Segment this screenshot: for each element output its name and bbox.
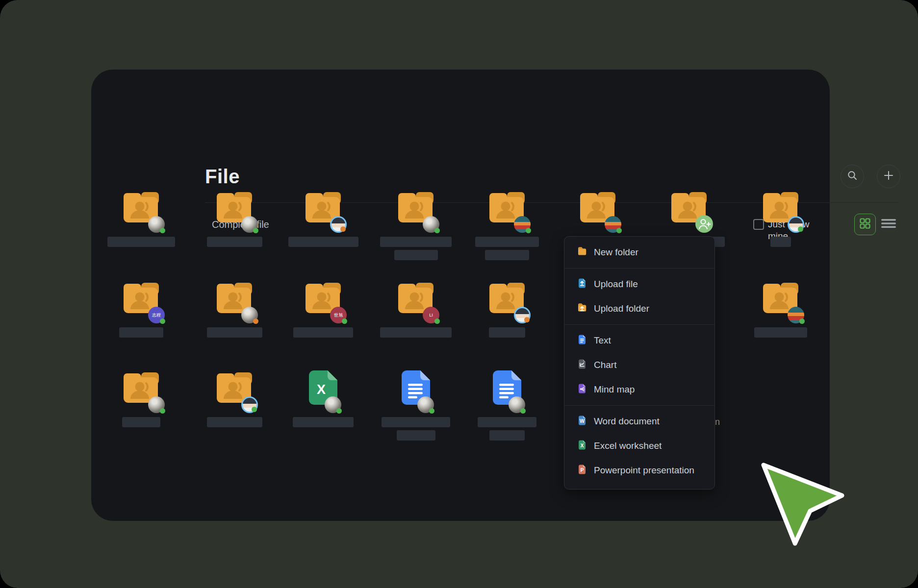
- folder-tile[interactable]: [461, 190, 553, 265]
- filename-placeholder: [293, 417, 354, 427]
- menu-item-new-folder[interactable]: New folder: [564, 240, 714, 265]
- folder-tile[interactable]: [188, 190, 280, 265]
- owner-avatar: [514, 216, 531, 233]
- upload-folder-icon: [577, 302, 587, 316]
- owner-avatar: [241, 216, 258, 233]
- owner-avatar: [417, 396, 434, 413]
- folder-tile[interactable]: LI: [370, 281, 462, 355]
- svg-text:X: X: [317, 382, 326, 397]
- status-dot: [253, 228, 258, 233]
- menu-item-upload-folder[interactable]: Upload folder: [564, 296, 714, 321]
- list-view-button[interactable]: [880, 218, 897, 231]
- cursor-arrow: [759, 461, 847, 551]
- filename-placeholder: [207, 327, 262, 338]
- list-view-icon: [881, 218, 896, 231]
- folder-tile[interactable]: 志程: [95, 281, 187, 355]
- owner-avatar: [325, 396, 341, 413]
- grid-view-icon: [859, 217, 871, 232]
- menu-item-label: Chart: [594, 360, 616, 370]
- filename-placeholder: [207, 417, 262, 427]
- owner-avatar: [605, 216, 621, 233]
- menu-item-ppt[interactable]: PPowerpoint presentation: [564, 458, 714, 483]
- app-background: File Complete file Just show mine: [0, 0, 918, 588]
- member-add-badge: [695, 215, 713, 233]
- status-dot: [434, 228, 440, 233]
- folder-tile[interactable]: [735, 281, 827, 355]
- menu-item-label: Text: [594, 335, 611, 346]
- status-dot: [160, 318, 165, 324]
- owner-avatar: [148, 396, 165, 413]
- filename-placeholder: [107, 237, 175, 247]
- status-dot: [429, 408, 434, 414]
- menu-group: New folder: [564, 237, 714, 268]
- context-menu: New folder Upload file Upload folder Tex…: [564, 236, 715, 490]
- filename-placeholder: [382, 417, 450, 427]
- chart-icon: [577, 358, 587, 372]
- menu-item-label: Excel worksheet: [594, 441, 662, 451]
- search-button[interactable]: [841, 165, 864, 188]
- status-dot: [434, 318, 440, 324]
- menu-item-label: Mind map: [594, 384, 635, 395]
- filename-placeholder: [207, 237, 262, 247]
- upload-file-icon: [577, 277, 587, 291]
- svg-text:X: X: [580, 442, 584, 448]
- excel-file-tile[interactable]: X: [277, 370, 369, 445]
- folder-tile[interactable]: [277, 190, 369, 265]
- filename-placeholder: [122, 417, 160, 427]
- owner-avatar: 世旭: [330, 307, 347, 323]
- menu-group: WWord document XExcel worksheet PPowerpo…: [564, 405, 714, 486]
- filename-placeholder: [380, 327, 452, 338]
- menu-item-label: Upload folder: [594, 303, 649, 314]
- menu-item-label: New folder: [594, 247, 638, 258]
- owner-avatar: [148, 216, 165, 233]
- folder-tile[interactable]: [188, 370, 280, 445]
- status-dot: [340, 226, 346, 232]
- owner-avatar: [241, 307, 258, 323]
- status-dot: [336, 408, 342, 414]
- folder-tile[interactable]: [95, 190, 187, 265]
- folder-tile[interactable]: [735, 190, 827, 265]
- menu-item-text[interactable]: Text: [564, 328, 714, 353]
- folder-tile[interactable]: [370, 190, 462, 265]
- folder-tile[interactable]: [188, 281, 280, 355]
- menu-item-excel[interactable]: XExcel worksheet: [564, 434, 714, 458]
- obscured-text-fragment: n: [715, 417, 720, 427]
- filename-placeholder: [770, 237, 791, 247]
- filename-placeholder: [380, 237, 452, 247]
- menu-item-chart[interactable]: Chart: [564, 353, 714, 377]
- menu-item-label: Powerpoint presentation: [594, 465, 694, 476]
- add-button[interactable]: [877, 165, 900, 188]
- owner-avatar: [514, 307, 531, 323]
- text-icon: [577, 334, 587, 347]
- menu-item-upload-file[interactable]: Upload file: [564, 272, 714, 296]
- doc-file-tile[interactable]: [370, 370, 462, 445]
- status-dot: [520, 408, 526, 414]
- owner-avatar: 志程: [148, 307, 165, 323]
- status-dot: [524, 317, 530, 322]
- menu-item-word[interactable]: WWord document: [564, 409, 714, 434]
- word-icon: W: [577, 415, 587, 428]
- plus-icon: [883, 170, 894, 183]
- status-dot: [160, 408, 165, 414]
- menu-item-label: Word document: [594, 416, 660, 427]
- folder-tile[interactable]: [461, 281, 553, 355]
- owner-avatar: [788, 216, 804, 233]
- filename-placeholder: [293, 327, 353, 338]
- filename-placeholder: [478, 417, 536, 427]
- filename-placeholder: [397, 430, 435, 441]
- status-dot: [799, 318, 805, 324]
- doc-file-tile[interactable]: [461, 370, 553, 445]
- menu-item-mindmap[interactable]: Mind map: [564, 377, 714, 402]
- menu-group: Upload file Upload folder: [564, 268, 714, 324]
- filename-placeholder: [394, 250, 438, 260]
- folder-tile[interactable]: 世旭: [277, 281, 369, 355]
- folder-tile[interactable]: [95, 370, 187, 445]
- grid-view-button[interactable]: [854, 214, 876, 235]
- search-icon: [846, 170, 858, 183]
- status-dot: [616, 228, 622, 233]
- filename-placeholder: [489, 430, 525, 441]
- filename-placeholder: [489, 327, 525, 338]
- owner-avatar: [330, 216, 347, 233]
- owner-avatar: [423, 216, 439, 233]
- status-dot: [253, 318, 258, 324]
